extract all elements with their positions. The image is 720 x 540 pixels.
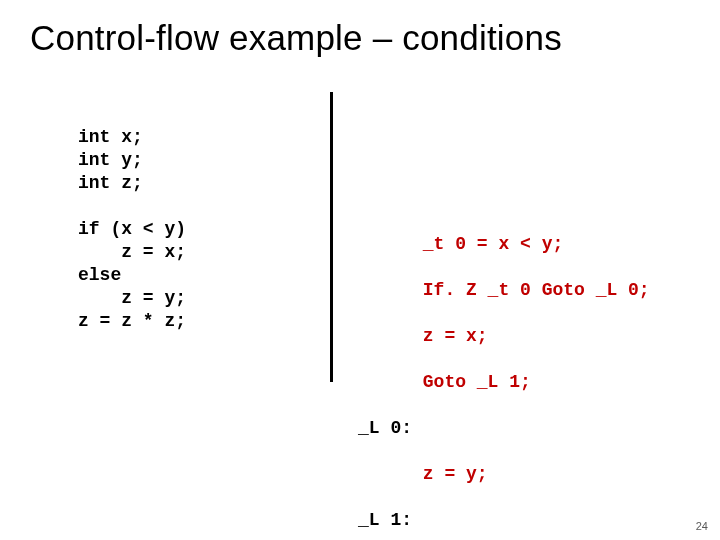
slide-title: Control-flow example – conditions: [30, 18, 690, 58]
ir-line: _t 0 = x < y;: [358, 233, 650, 256]
source-code-block: int x; int y; int z; if (x < y) z = x; e…: [78, 126, 186, 333]
ir-label-l1: _L 1:: [358, 509, 650, 532]
vertical-divider: [330, 92, 333, 382]
ir-line: z = y;: [358, 463, 650, 486]
page-number: 24: [696, 520, 708, 532]
ir-line: z = x;: [358, 325, 650, 348]
ir-line: Goto _L 1;: [358, 371, 650, 394]
ir-label-l0: _L 0:: [358, 417, 650, 440]
ir-code-block: _t 0 = x < y; If. Z _t 0 Goto _L 0; z = …: [358, 210, 650, 540]
ir-line: If. Z _t 0 Goto _L 0;: [358, 279, 650, 302]
